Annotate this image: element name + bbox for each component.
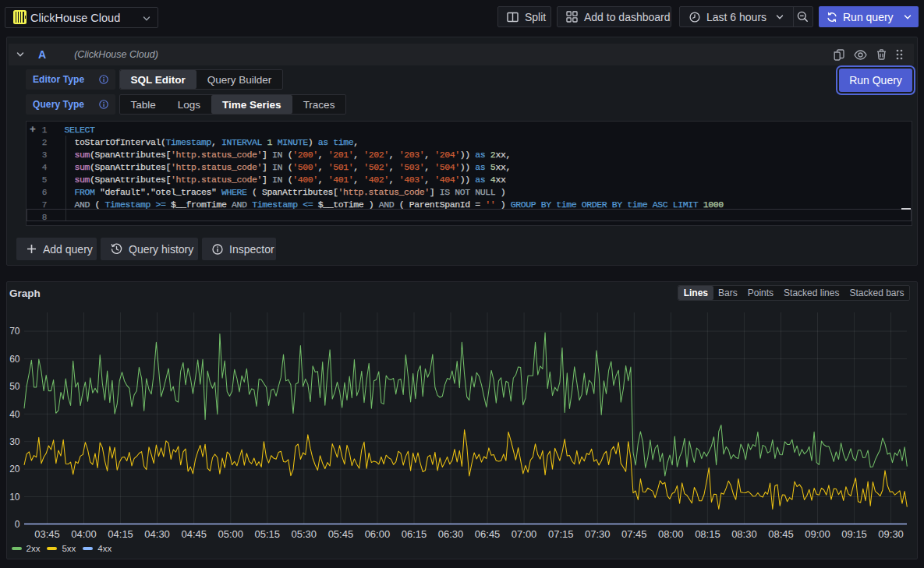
svg-text:50: 50 [9, 381, 20, 392]
svg-text:04:15: 04:15 [108, 528, 133, 540]
svg-text:70: 70 [9, 326, 20, 337]
svg-text:30: 30 [9, 436, 20, 447]
svg-text:60: 60 [9, 354, 20, 365]
svg-text:04:30: 04:30 [144, 528, 170, 540]
svg-text:20: 20 [9, 464, 20, 475]
svg-text:10: 10 [9, 492, 20, 503]
svg-text:07:15: 07:15 [548, 528, 574, 540]
svg-text:08:15: 08:15 [695, 528, 720, 540]
svg-text:0: 0 [15, 519, 20, 530]
svg-text:06:30: 06:30 [438, 528, 464, 540]
svg-text:05:15: 05:15 [255, 528, 281, 540]
svg-text:06:15: 06:15 [402, 528, 427, 540]
svg-text:05:45: 05:45 [328, 528, 354, 540]
svg-text:03:45: 03:45 [34, 528, 60, 540]
svg-text:05:00: 05:00 [218, 528, 244, 540]
svg-text:04:00: 04:00 [71, 528, 97, 540]
svg-text:07:30: 07:30 [585, 528, 611, 540]
svg-text:08:45: 08:45 [768, 528, 794, 540]
svg-text:06:00: 06:00 [365, 528, 391, 540]
svg-text:09:00: 09:00 [805, 528, 830, 540]
svg-text:04:45: 04:45 [181, 528, 207, 540]
svg-text:07:00: 07:00 [512, 528, 537, 540]
svg-text:08:30: 08:30 [731, 528, 757, 540]
svg-text:09:30: 09:30 [878, 528, 904, 540]
svg-text:40: 40 [9, 409, 20, 420]
svg-text:07:45: 07:45 [621, 528, 647, 540]
svg-text:06:45: 06:45 [475, 528, 501, 540]
svg-text:09:15: 09:15 [841, 528, 867, 540]
svg-text:08:00: 08:00 [658, 528, 684, 540]
svg-text:05:30: 05:30 [292, 528, 317, 540]
